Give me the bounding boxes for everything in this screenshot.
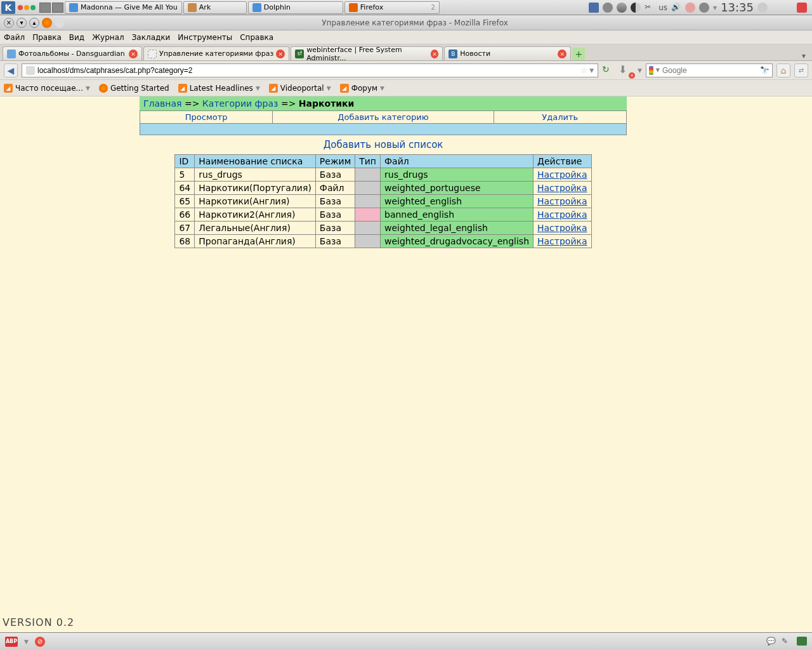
chat-icon[interactable]: 💬: [766, 637, 776, 647]
address-bar[interactable]: ☆ ▼: [22, 63, 598, 77]
info-tray-icon[interactable]: [757, 3, 768, 13]
tab-webinterface[interactable]: sf webinterface | Free System Administr.…: [291, 46, 443, 60]
back-button[interactable]: ◀: [4, 63, 18, 77]
navigation-toolbar: ◀ ☆ ▼ ↻ ⬇× ▼ ▼ 🔭 ⌂ ⇄: [0, 61, 812, 80]
tab-photoalbums[interactable]: Фотоальбомы - Dansguardian ×: [3, 46, 142, 60]
star-icon[interactable]: ☆: [580, 66, 587, 75]
cell-name: Легальные(Англия): [195, 222, 316, 235]
bookmark-frequent[interactable]: ◢Часто посещае...▼: [4, 84, 90, 93]
close-tab-icon[interactable]: ×: [276, 50, 285, 58]
delete-link[interactable]: Удалить: [542, 112, 578, 122]
col-name: Наименование списка: [195, 155, 316, 168]
cell-type: [355, 168, 381, 182]
tab-label: webinterface | Free System Administr...: [306, 46, 428, 62]
tab-label: Новости: [460, 50, 490, 58]
extension-icon[interactable]: [797, 637, 807, 646]
cell-id: 67: [175, 222, 195, 235]
menu-view[interactable]: Вид: [69, 33, 84, 42]
task-madonna[interactable]: Madonna — Give Me All You: [65, 1, 182, 14]
menu-file[interactable]: Файл: [4, 33, 25, 42]
table-row: 67Легальные(Англия)Базаweighted_legal_en…: [175, 222, 591, 235]
globe-icon[interactable]: [617, 3, 627, 13]
menu-help[interactable]: Справка: [240, 33, 273, 42]
notification-icon[interactable]: [797, 3, 807, 13]
minimize-icon[interactable]: ▾: [16, 18, 27, 28]
tab-label: Управление категориями фраз: [159, 50, 273, 58]
url-input[interactable]: [37, 66, 578, 75]
home-button[interactable]: ⌂: [776, 63, 790, 77]
add-list-link[interactable]: Добавить новый список: [324, 139, 443, 150]
desktop-pager[interactable]: [39, 3, 63, 13]
bookmark-headlines[interactable]: ◢Latest Headlines▼: [178, 84, 260, 93]
edit-icon[interactable]: ✎: [782, 637, 792, 647]
col-file: Файл: [381, 155, 534, 168]
view-link[interactable]: Просмотр: [185, 112, 228, 122]
cell-file: weighted_english: [381, 195, 534, 208]
task-dolphin[interactable]: Dolphin: [248, 1, 343, 14]
bookmark-getting-started[interactable]: Getting Started: [99, 84, 169, 93]
maximize-icon[interactable]: ▴: [29, 18, 39, 28]
breadcrumb-home[interactable]: Главная: [143, 98, 181, 109]
menu-tools[interactable]: Инструменты: [178, 33, 232, 42]
adblock-icon[interactable]: ABP: [5, 637, 18, 647]
cell-action: Настройка: [534, 208, 592, 222]
cell-mode: База: [315, 195, 355, 208]
desktop-taskbar: K Madonna — Give Me All You Ark Dolphin …: [0, 0, 812, 15]
cell-mode: База: [315, 222, 355, 235]
network-icon[interactable]: [699, 3, 709, 13]
configure-link[interactable]: Настройка: [537, 209, 587, 220]
downloads-button[interactable]: ⬇×: [619, 63, 634, 77]
task-ark[interactable]: Ark: [183, 1, 247, 14]
close-tab-icon[interactable]: ×: [558, 50, 566, 58]
noscript-icon[interactable]: ⊘: [35, 637, 45, 647]
scissors-icon[interactable]: ✂: [645, 3, 655, 13]
cell-mode: База: [315, 168, 355, 182]
action-row: Просмотр Добавить категорию Удалить: [140, 110, 627, 124]
search-dropdown-icon[interactable]: ▼: [656, 67, 660, 73]
tab-news[interactable]: B Новости ×: [444, 46, 571, 60]
sync-button[interactable]: ⇄: [794, 63, 808, 77]
keyboard-layout[interactable]: us: [658, 3, 667, 12]
abp-dropdown-icon[interactable]: ▼: [24, 639, 29, 645]
search-bar[interactable]: ▼ 🔭: [646, 63, 773, 77]
close-tab-icon[interactable]: ×: [129, 50, 138, 58]
configure-link[interactable]: Настройка: [537, 169, 587, 180]
close-tab-icon[interactable]: ×: [431, 50, 438, 58]
clock[interactable]: 13:35: [721, 1, 754, 14]
volume-icon[interactable]: 🔊: [671, 3, 681, 13]
new-tab-button[interactable]: +: [572, 48, 585, 60]
downloads-dropdown-icon[interactable]: ▼: [638, 67, 642, 74]
close-icon[interactable]: ×: [4, 18, 14, 28]
task-firefox[interactable]: Firefox2: [344, 1, 440, 14]
configure-link[interactable]: Настройка: [537, 223, 587, 233]
table-row: 5rus_drugsБазаrus_drugsНастройка: [175, 168, 591, 182]
cell-name: Наркотики2(Англия): [195, 208, 316, 222]
search-input[interactable]: [662, 66, 757, 75]
bookmark-forum[interactable]: ◢Форум▼: [340, 84, 384, 93]
add-category-link[interactable]: Добавить категорию: [337, 112, 428, 122]
binoculars-icon[interactable]: 🔭: [760, 66, 769, 75]
reload-button[interactable]: ↻: [602, 64, 615, 77]
cell-file: weighted_legal_english: [381, 222, 534, 235]
bookmark-videoportal[interactable]: ◢Videoportal▼: [269, 84, 331, 93]
pin-icon[interactable]: [55, 18, 65, 28]
menu-bookmarks[interactable]: Закладки: [132, 33, 171, 42]
cell-type: [355, 195, 381, 208]
dropdown-icon[interactable]: ▼: [589, 67, 594, 74]
tab-list-icon[interactable]: ▾: [798, 51, 809, 60]
info-icon[interactable]: [603, 3, 613, 13]
google-icon[interactable]: [649, 66, 653, 75]
kde-menu-icon[interactable]: K: [1, 1, 15, 14]
breadcrumb-categories[interactable]: Категории фраз: [202, 98, 278, 109]
configure-link[interactable]: Настройка: [537, 183, 587, 193]
expand-tray-icon[interactable]: ▾: [713, 3, 717, 12]
display-icon[interactable]: [589, 3, 599, 13]
menu-edit[interactable]: Правка: [32, 33, 62, 42]
tab-categories[interactable]: Управление категориями фраз ×: [143, 46, 289, 60]
menu-history[interactable]: Журнал: [92, 33, 124, 42]
contrast-icon[interactable]: [631, 3, 641, 13]
user-icon[interactable]: [685, 3, 695, 13]
configure-link[interactable]: Настройка: [537, 196, 587, 206]
cell-type: [355, 222, 381, 235]
configure-link[interactable]: Настройка: [537, 236, 587, 246]
